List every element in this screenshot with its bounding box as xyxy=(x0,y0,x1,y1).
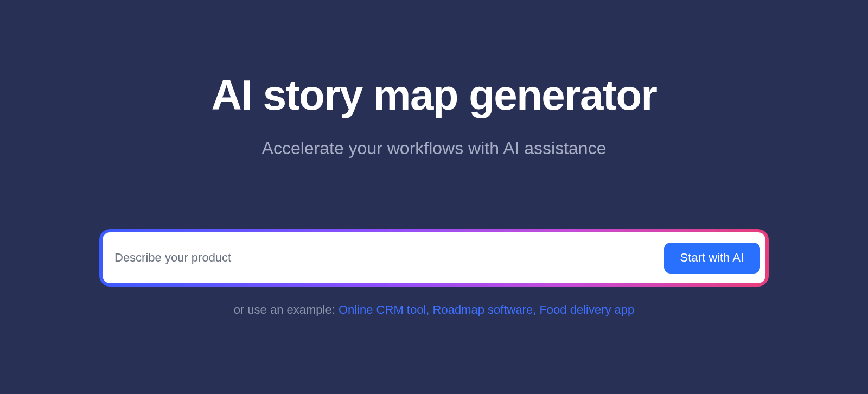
example-link-online-crm-tool[interactable]: Online CRM tool xyxy=(339,303,426,316)
example-link-food-delivery-app[interactable]: Food delivery app xyxy=(539,303,634,316)
hero-container: AI story map generator Accelerate your w… xyxy=(0,0,868,317)
page-title: AI story map generator xyxy=(212,71,657,120)
example-link-roadmap-software[interactable]: Roadmap software xyxy=(433,303,533,316)
start-with-ai-button[interactable]: Start with AI xyxy=(664,243,760,274)
prompt-gradient-border: Start with AI xyxy=(99,229,769,287)
prompt-input-container: Start with AI xyxy=(103,232,765,283)
example-separator: , xyxy=(426,303,432,316)
product-description-input[interactable] xyxy=(114,232,664,283)
example-separator: , xyxy=(533,303,539,316)
page-subtitle: Accelerate your workflows with AI assist… xyxy=(262,138,607,158)
examples-row: or use an example: Online CRM tool, Road… xyxy=(234,303,635,317)
examples-lead-text: or use an example: xyxy=(234,303,339,316)
